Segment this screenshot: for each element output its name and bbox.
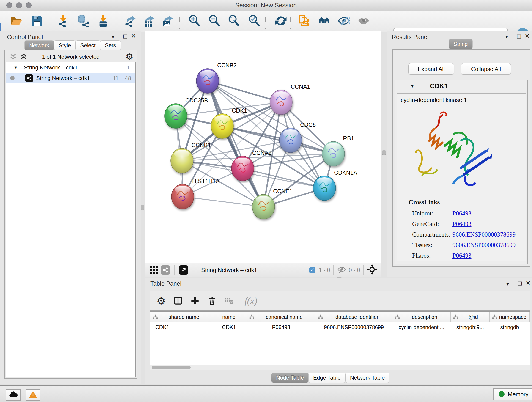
open-in-window-icon[interactable] bbox=[178, 264, 189, 276]
export-network-icon[interactable] bbox=[123, 14, 137, 28]
zoom-out-icon[interactable] bbox=[207, 14, 222, 28]
network-node-cdc25b[interactable] bbox=[165, 104, 187, 128]
crosslink-value[interactable]: P06493 bbox=[452, 210, 472, 217]
import-table-icon[interactable] bbox=[96, 14, 110, 28]
network-node-hist1h1a[interactable] bbox=[171, 184, 194, 209]
network-node-ccna2[interactable] bbox=[231, 156, 254, 181]
table-cell[interactable]: 9606.ENSP00000378699 bbox=[316, 322, 392, 332]
tab-string[interactable]: String bbox=[449, 39, 473, 49]
table-cell[interactable]: cyclin-dependent ... bbox=[392, 322, 451, 332]
copy-style-icon[interactable] bbox=[297, 14, 311, 28]
table-cell[interactable]: stringdb bbox=[490, 322, 530, 332]
network-current-dot bbox=[10, 76, 15, 80]
hide-selected-icon[interactable] bbox=[337, 14, 351, 28]
control-panel-title: Control Panel bbox=[7, 33, 43, 41]
expand-all-button[interactable]: Expand All bbox=[408, 63, 454, 75]
network-edge[interactable] bbox=[208, 81, 264, 207]
table-cell[interactable]: stringdb:9... bbox=[451, 322, 490, 332]
zoom-selected-icon[interactable] bbox=[247, 14, 261, 28]
table-cell[interactable]: P06493 bbox=[247, 322, 316, 332]
network-node-rb1[interactable] bbox=[322, 141, 345, 166]
function-builder-icon[interactable]: f(x) bbox=[241, 295, 261, 306]
network-row[interactable]: String Network – cdk1 11 48 bbox=[6, 73, 135, 83]
gene-section-header[interactable]: ▼ CDK1 bbox=[395, 80, 527, 92]
open-folder-icon[interactable] bbox=[9, 14, 23, 28]
refresh-icon[interactable] bbox=[274, 14, 288, 28]
table-hscrollbar[interactable] bbox=[150, 365, 530, 370]
export-table-icon[interactable] bbox=[141, 14, 155, 28]
table-panel-close-icon[interactable]: ✕ bbox=[526, 280, 531, 286]
network-node-cdk1[interactable] bbox=[211, 114, 234, 138]
tab-network[interactable]: Network bbox=[24, 40, 54, 51]
import-network-icon[interactable] bbox=[56, 14, 70, 28]
network-node-ccnb2[interactable] bbox=[196, 69, 219, 93]
warnings-button[interactable] bbox=[26, 389, 40, 401]
hidden-eye-slash-icon[interactable] bbox=[337, 265, 346, 275]
column-header-label: description bbox=[412, 314, 437, 320]
network-collection-row[interactable]: ▼ String Network – cdk1 1 bbox=[6, 62, 135, 73]
network-node-cdkn1a[interactable] bbox=[313, 176, 336, 201]
column-header-canonical-name[interactable]: canonical name bbox=[247, 312, 316, 322]
network-overview-icon[interactable] bbox=[160, 264, 171, 276]
tab-network-table[interactable]: Network Table bbox=[345, 373, 390, 383]
column-header-shared-name[interactable]: shared name bbox=[150, 312, 211, 322]
column-header-namespace[interactable]: namespace bbox=[490, 312, 530, 322]
table-cell[interactable]: CDK1 bbox=[211, 322, 247, 332]
collection-collapse-icon[interactable]: ▼ bbox=[14, 65, 18, 70]
show-all-icon[interactable] bbox=[356, 14, 371, 28]
zoom-in-icon[interactable] bbox=[187, 14, 202, 28]
network-node-cdc6[interactable] bbox=[279, 128, 302, 153]
crosslink-value[interactable]: 9606.ENSP00000378699 bbox=[452, 231, 515, 238]
memory-button[interactable]: Memory bbox=[493, 388, 532, 400]
tab-edge-table[interactable]: Edge Table bbox=[308, 373, 346, 383]
table-row[interactable]: CDK1CDK1P064939606.ENSP00000378699cyclin… bbox=[150, 322, 530, 332]
network-node-ccne1[interactable] bbox=[252, 194, 275, 219]
collapse-all-button[interactable]: Collapse All bbox=[461, 63, 511, 75]
table-panel-menu-icon[interactable]: ▾ bbox=[506, 281, 509, 287]
tab-style[interactable]: Style bbox=[54, 40, 76, 51]
save-icon[interactable] bbox=[30, 14, 44, 28]
table-panel-float-icon[interactable]: ◻ bbox=[517, 280, 522, 286]
home-icon[interactable] bbox=[317, 14, 331, 28]
network-edge[interactable] bbox=[183, 197, 264, 207]
export-image-icon[interactable] bbox=[160, 14, 174, 28]
network-options-gear-icon[interactable]: ⚙ bbox=[126, 52, 133, 62]
delete-table-icon[interactable] bbox=[223, 295, 234, 306]
column-header-name[interactable]: name bbox=[211, 312, 247, 322]
gear-icon[interactable]: ⚙ bbox=[155, 295, 167, 306]
split-columns-icon[interactable] bbox=[172, 295, 184, 306]
tab-node-table[interactable]: Node Table bbox=[271, 373, 309, 383]
column-header--id[interactable]: @id bbox=[451, 312, 490, 322]
tab-sets[interactable]: Sets bbox=[100, 40, 121, 51]
control-panel-menu-icon[interactable]: ▾ bbox=[112, 34, 114, 40]
control-panel-float-icon[interactable]: ◻ bbox=[123, 33, 128, 39]
gene-collapse-icon[interactable]: ▼ bbox=[410, 83, 415, 89]
crosslink-value[interactable]: 9606.ENSP00000378699 bbox=[452, 242, 515, 249]
crosslink-value[interactable]: P06493 bbox=[452, 252, 472, 259]
title-bar: Session: New Session bbox=[0, 0, 532, 11]
right-splitter-handle[interactable] bbox=[382, 150, 386, 155]
selected-nodes-checkbox[interactable]: ✓ bbox=[309, 267, 316, 273]
network-canvas[interactable]: CCNB2CCNA1CDC25BCDK1CDC6RB1CCNB1CCNA2CDK… bbox=[145, 31, 381, 264]
cloud-button[interactable] bbox=[6, 389, 21, 401]
control-panel-close-icon[interactable]: ✕ bbox=[131, 33, 136, 39]
results-panel-menu-icon[interactable]: ▾ bbox=[505, 34, 508, 40]
results-panel-close-icon[interactable]: ✕ bbox=[525, 33, 530, 39]
birds-eye-grid-icon[interactable] bbox=[148, 264, 160, 276]
column-header-description[interactable]: description bbox=[392, 312, 451, 322]
table-cell[interactable]: CDK1 bbox=[150, 322, 211, 332]
delete-column-icon[interactable] bbox=[206, 295, 218, 306]
zoom-fit-icon[interactable] bbox=[227, 14, 241, 28]
column-header-database-identifier[interactable]: database identifier bbox=[316, 312, 392, 322]
network-node-ccna1[interactable] bbox=[270, 90, 292, 115]
results-panel-float-icon[interactable]: ◻ bbox=[516, 33, 521, 39]
table-hscrollbar-thumb[interactable] bbox=[152, 366, 191, 369]
left-splitter-handle[interactable] bbox=[141, 205, 144, 210]
tab-select[interactable]: Select bbox=[75, 40, 100, 51]
network-node-ccnb1[interactable] bbox=[171, 148, 193, 173]
crosslink-value[interactable]: P06493 bbox=[452, 220, 472, 228]
add-column-icon[interactable] bbox=[189, 295, 201, 306]
pan-crosshair-icon[interactable] bbox=[367, 264, 377, 276]
import-database-icon[interactable] bbox=[76, 14, 90, 28]
crosslink-row: GeneCard:P06493 bbox=[412, 219, 527, 229]
